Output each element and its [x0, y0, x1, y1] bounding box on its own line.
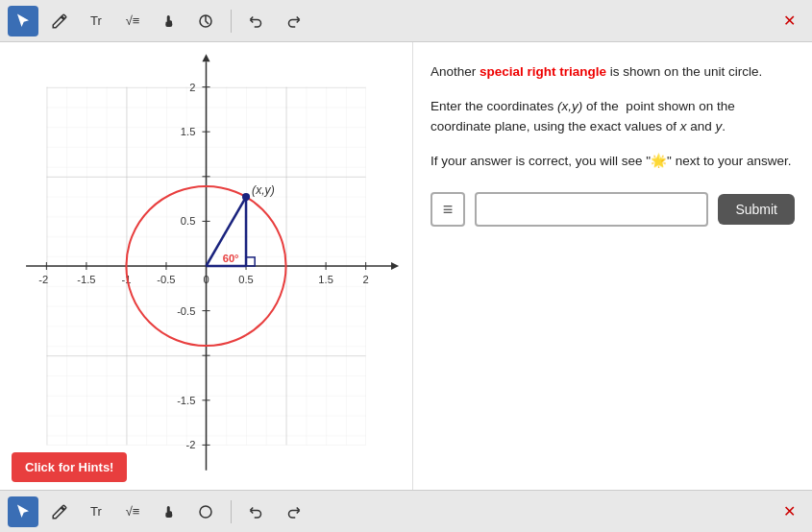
svg-text:-1.5: -1.5	[77, 274, 95, 285]
input-formula-icon[interactable]: ≡	[431, 192, 465, 227]
close-button[interactable]: ✕	[774, 6, 804, 36]
bottom-wave-tool-button[interactable]	[190, 496, 221, 527]
svg-text:(x,y): (x,y)	[252, 183, 275, 197]
close-icon: ✕	[783, 12, 796, 30]
hand-tool-button[interactable]	[154, 6, 185, 36]
bottom-close-icon: ✕	[783, 502, 796, 520]
svg-text:0.5: 0.5	[238, 274, 253, 285]
main-content: -2 -1.5 -1 -0.5 0 0.5 1.5 2 2	[0, 42, 812, 490]
svg-text:2: 2	[363, 274, 369, 285]
bottom-redo-button[interactable]	[278, 496, 308, 527]
bottom-formula-tool-button[interactable]: √≡	[117, 496, 148, 527]
highlight-special-right-triangle: special right triangle	[480, 64, 606, 79]
svg-text:-0.5: -0.5	[157, 274, 175, 285]
answer-input-row: ≡ Submit	[431, 192, 795, 227]
undo-button[interactable]	[241, 6, 272, 36]
svg-text:1.5: 1.5	[181, 126, 195, 137]
bottom-undo-button[interactable]	[241, 496, 272, 527]
graph-svg: -2 -1.5 -1 -0.5 0 0.5 1.5 2 2	[0, 42, 412, 490]
svg-text:2: 2	[189, 82, 195, 93]
svg-text:-2: -2	[185, 439, 195, 450]
bottom-hand-tool-button[interactable]	[154, 496, 185, 527]
bottom-text-tool-button[interactable]: Tr	[81, 496, 111, 527]
pencil-tool-button[interactable]	[44, 6, 75, 36]
svg-text:60°: 60°	[223, 253, 239, 264]
select-tool-button[interactable]	[8, 6, 38, 36]
instruction-para1: Another special right triangle is shown …	[431, 61, 795, 83]
bottom-pencil-tool-button[interactable]	[44, 496, 75, 527]
svg-text:-1.5: -1.5	[177, 395, 195, 406]
divider	[231, 10, 232, 33]
hints-button[interactable]: Click for Hints!	[12, 452, 127, 482]
submit-button[interactable]: Submit	[718, 194, 795, 225]
bottom-close-button[interactable]: ✕	[774, 496, 804, 527]
graph-panel: -2 -1.5 -1 -0.5 0 0.5 1.5 2 2	[0, 42, 413, 490]
svg-text:0: 0	[203, 274, 209, 285]
answer-input[interactable]	[475, 192, 708, 227]
bottom-formula-tool-label: √≡	[126, 504, 140, 519]
wave-tool-button[interactable]	[190, 6, 221, 36]
svg-point-42	[242, 193, 250, 201]
svg-text:-2: -2	[38, 274, 48, 285]
instruction-panel: Another special right triangle is shown …	[413, 42, 812, 490]
redo-button[interactable]	[278, 6, 308, 36]
bottom-text-tool-label: Tr	[90, 504, 102, 519]
svg-text:1.5: 1.5	[318, 274, 332, 285]
text-tool-label: Tr	[90, 13, 102, 28]
bottom-toolbar: Tr √≡ ✕	[0, 490, 812, 532]
text-tool-button[interactable]: Tr	[81, 6, 111, 36]
svg-text:0.5: 0.5	[181, 215, 195, 227]
bottom-divider	[231, 500, 232, 523]
top-toolbar: Tr √≡ ✕	[0, 0, 812, 42]
formula-tool-button[interactable]: √≡	[117, 6, 148, 36]
instruction-para2: Enter the coordinates (x,y) of the point…	[431, 96, 795, 137]
svg-text:-0.5: -0.5	[177, 305, 195, 317]
bottom-select-tool-button[interactable]	[8, 496, 38, 527]
formula-tool-label: √≡	[126, 13, 140, 28]
instruction-para3: If your answer is correct, you will see …	[431, 151, 795, 172]
